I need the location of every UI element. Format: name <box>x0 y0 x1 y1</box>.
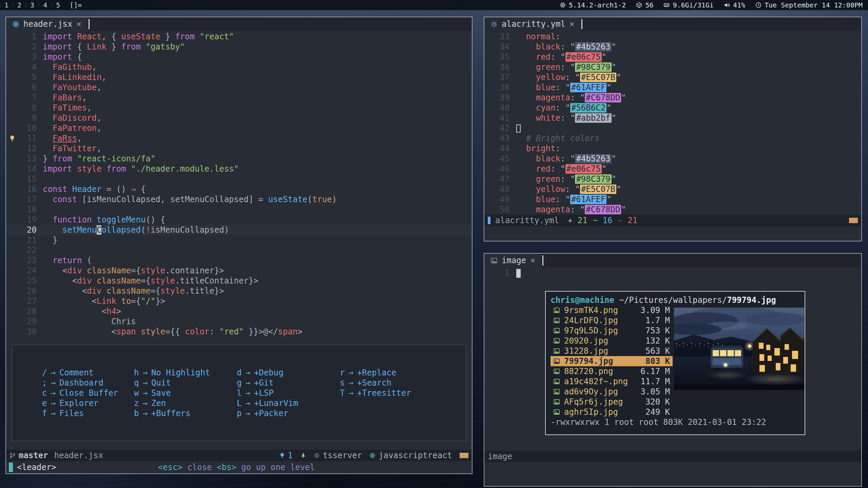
code-line-1[interactable]: 1 <box>484 268 861 278</box>
tabline-left: header.jsx × <box>6 17 472 31</box>
filetype-indicator: javascriptreact <box>369 451 452 460</box>
tab-header-jsx[interactable]: header.jsx × <box>6 17 88 31</box>
file-row-799794.jpg[interactable]: 799794.jpg803 K <box>551 356 673 366</box>
whichkey-binding-;[interactable]: ;→Dashboard <box>42 378 134 388</box>
whichkey-binding-L[interactable]: L→+LunarVim <box>237 398 340 408</box>
whichkey-binding-/[interactable]: /→Comment <box>42 368 134 378</box>
file-row-24LrDFQ.jpg[interactable]: 24LrDFQ.jpg1.7 M <box>551 315 673 326</box>
code-line-7[interactable]: 7 FaBars, <box>6 93 472 103</box>
file-row-a19c482f~.png[interactable]: a19c482f~.png11.7 M <box>551 376 673 387</box>
code-line-4[interactable]: 4 FaGithub, <box>6 62 472 72</box>
code-line-50[interactable]: 50 magenta: "#C678DD" <box>484 204 861 215</box>
file-row-9rsmTK4.png[interactable]: 9rsmTK4.png3.09 M <box>551 305 673 315</box>
code-line-44[interactable]: 44 bright: <box>484 143 861 154</box>
code-line-33[interactable]: 33 normal: <box>484 32 861 42</box>
arrow-right-icon: → <box>47 388 59 398</box>
code-line-23[interactable]: 23 return ( <box>6 255 472 266</box>
file-row-aghr5Ip.jpg[interactable]: aghr5Ip.jpg249 K <box>551 407 673 417</box>
code-line-22[interactable]: 22 <box>6 245 472 255</box>
whichkey-binding-g[interactable]: g→+Git <box>237 378 340 388</box>
wallpaper-preview-image <box>674 308 804 390</box>
whichkey-binding-p[interactable]: p→+Packer <box>237 408 340 418</box>
file-size: 132 K <box>633 336 670 346</box>
workspace-button-3[interactable]: 3 <box>26 0 39 10</box>
code-line-29[interactable]: 29 Chris <box>6 316 472 327</box>
code-line-2[interactable]: 2import { Link } from "gatsby" <box>6 42 472 52</box>
code-line-34[interactable]: 34 black: "#4b5263" <box>484 42 861 52</box>
code-line-12[interactable]: 12 FaTwitter, <box>6 143 472 154</box>
workspace-button-4[interactable]: 4 <box>39 0 52 10</box>
whichkey-binding-d[interactable]: d→+Debug <box>237 368 340 378</box>
code-line-39[interactable]: 39 magenta: "#C678DD" <box>484 93 861 103</box>
code-line-6[interactable]: 6 FaYoutube, <box>6 82 472 93</box>
whichkey-binding-h[interactable]: h→No Highlight <box>134 368 237 378</box>
code-line-17[interactable]: 17 const [isMenuCollapsed, setMenuCollap… <box>6 194 472 204</box>
whichkey-binding-s[interactable]: s→+Search <box>340 378 411 388</box>
file-row-882720.png[interactable]: 882720.png6.17 M <box>551 366 673 376</box>
code-line-43[interactable]: 43 # Bright colors <box>484 133 861 143</box>
code-line-42[interactable]: 42 <box>484 123 861 133</box>
code-line-21[interactable]: 21 } <box>6 235 472 245</box>
code-line-45[interactable]: 45 black: "#4b5263" <box>484 154 861 164</box>
code-line-28[interactable]: 28 <h4> <box>6 306 472 316</box>
diagnostic-hint-count: 1 <box>279 451 292 460</box>
code-line-18[interactable]: 18 <box>6 204 472 215</box>
whichkey-binding-b[interactable]: b→+Buffers <box>134 408 237 418</box>
code-line-5[interactable]: 5 FaLinkedin, <box>6 72 472 82</box>
code-line-38[interactable]: 38 blue: "#61AFEF" <box>484 82 861 93</box>
code-line-19[interactable]: 19 function toggleMenu() { <box>6 215 472 225</box>
code-line-10[interactable]: 10 FaPatreon, <box>6 123 472 133</box>
arrow-right-icon: → <box>242 388 254 398</box>
code-line-16[interactable]: 16const Header = () ⇒ { <box>6 184 472 194</box>
code-line-1[interactable]: 1import React, { useState } from "react" <box>6 32 472 42</box>
editor-cursor: C <box>97 225 101 235</box>
code-line-20[interactable]: 20 setMenuCollapsed(!isMenuCollapsed) <box>6 225 472 235</box>
code-line-3[interactable]: 3import { <box>6 52 472 62</box>
whichkey-binding-e[interactable]: e→Explorer <box>42 398 134 408</box>
code-line-49[interactable]: 49 blue: "#61AFEF" <box>484 194 861 204</box>
whichkey-binding-l[interactable]: l→+LSP <box>237 388 340 398</box>
editor-window-header-jsx: header.jsx × 1import React, { useState }… <box>5 17 472 474</box>
code-line-9[interactable]: 9 FaDiscord, <box>6 113 472 123</box>
whichkey-binding-w[interactable]: w→Save <box>134 388 237 398</box>
whichkey-binding-z[interactable]: z→Zen <box>134 398 237 408</box>
whichkey-binding-c[interactable]: c→Close Buffer <box>42 388 134 398</box>
status-module-text: 56 <box>645 0 653 10</box>
code-line-24[interactable]: 24 <div className={style.container}> <box>6 266 472 276</box>
code-line-26[interactable]: 26 <div className={style.title}> <box>6 286 472 296</box>
whichkey-binding-f[interactable]: f→Files <box>42 408 134 418</box>
file-row-AFq5r6j.jpeg[interactable]: AFq5r6j.jpeg320 K <box>551 397 673 407</box>
code-line-11[interactable]: 11 FaRss, <box>6 133 472 143</box>
code-line-30[interactable]: 30 <span style={{ color: "red" }}>@</spa… <box>6 327 472 337</box>
whichkey-binding-q[interactable]: q→Quit <box>134 378 237 388</box>
code-line-47[interactable]: 47 green: "#98C379" <box>484 174 861 184</box>
code-line-27[interactable]: 27 <Link to={"/"}> <box>6 296 472 306</box>
code-line-48[interactable]: 48 yellow: "#E5C07B" <box>484 184 861 194</box>
whichkey-binding-r[interactable]: r→+Replace <box>340 368 411 378</box>
file-row-31228.jpg[interactable]: 31228.jpg563 K <box>551 346 673 356</box>
whichkey-binding-T[interactable]: T→+Treesitter <box>340 388 411 398</box>
code-line-41[interactable]: 41 white: "#abb2bf" <box>484 113 861 123</box>
file-row-20920.jpg[interactable]: 20920.jpg132 K <box>551 336 673 346</box>
file-row-ad6v9Oy.jpg[interactable]: ad6v9Oy.jpg3.05 M <box>551 387 673 397</box>
code-line-46[interactable]: 46 red: "#e06c75" <box>484 164 861 174</box>
workspace-button-5[interactable]: 5 <box>52 0 64 10</box>
close-icon[interactable]: × <box>570 19 574 29</box>
close-icon[interactable]: × <box>530 256 535 265</box>
code-line-37[interactable]: 37 yellow: "#E5C07B" <box>484 72 861 82</box>
close-icon[interactable]: × <box>77 19 81 29</box>
package-icon <box>636 2 642 8</box>
tab-alacritty-yml[interactable]: alacritty.yml × <box>484 17 580 31</box>
code-line-40[interactable]: 40 cyan: "#56B6C2" <box>484 103 861 113</box>
code-line-8[interactable]: 8 FaTimes, <box>6 103 472 113</box>
code-line-13[interactable]: 13} from "react-icons/fa" <box>6 154 472 164</box>
tab-image[interactable]: image × <box>484 254 541 267</box>
code-line-25[interactable]: 25 <div className={style.titleContainer}… <box>6 276 472 286</box>
code-line-35[interactable]: 35 red: "#e06c75" <box>484 52 861 62</box>
code-line-15[interactable]: 15 <box>6 174 472 184</box>
code-line-36[interactable]: 36 green: "#98C379" <box>484 62 861 72</box>
workspace-button-2[interactable]: 2 <box>13 0 26 10</box>
workspace-button-1[interactable]: 1 <box>0 0 13 10</box>
file-row-97q9L5D.jpg[interactable]: 97q9L5D.jpg753 K <box>551 326 673 336</box>
code-line-14[interactable]: 14import style from "./header.module.les… <box>6 164 472 174</box>
